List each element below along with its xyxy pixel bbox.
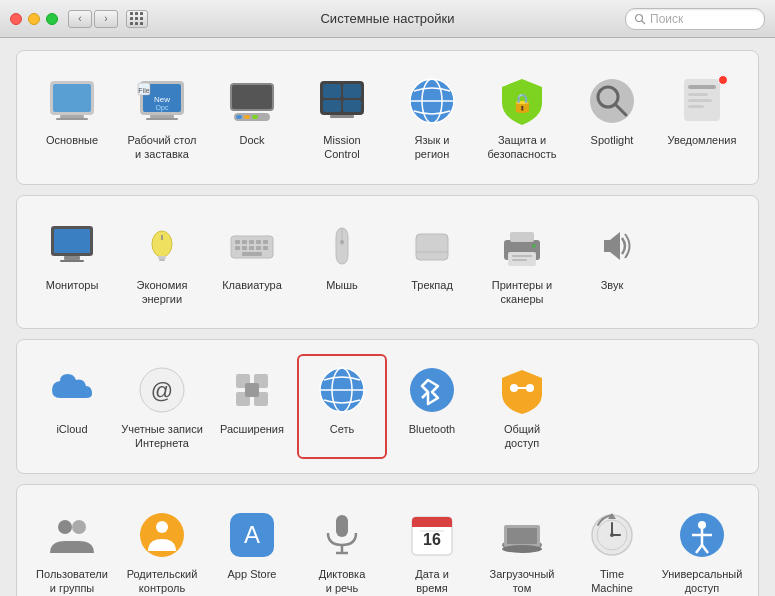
printery-icon [494, 218, 550, 274]
universalny-icon [674, 507, 730, 563]
section-personal: Основные New Opc File Рабочий столи [16, 50, 759, 185]
svg-rect-101 [507, 528, 537, 544]
label-zvuk: Звук [601, 278, 624, 292]
data-icon: 16 [404, 507, 460, 563]
svg-rect-51 [256, 240, 261, 244]
label-zashita: Защита ибезопасность [487, 133, 556, 162]
section-hardware: Мониторы Экономияэнергии [16, 195, 759, 330]
svg-text:File: File [138, 87, 149, 94]
svg-point-107 [610, 533, 614, 537]
item-zashita[interactable]: 🔒 Защита ибезопасность [477, 65, 567, 170]
svg-rect-91 [336, 515, 348, 537]
item-bluetooth[interactable]: Bluetooth [387, 354, 477, 459]
item-printery[interactable]: Принтеры исканеры [477, 210, 567, 315]
label-rabochiy: Рабочий столи заставка [127, 133, 196, 162]
svg-rect-10 [150, 115, 174, 118]
item-mission[interactable]: MissionControl [297, 65, 387, 170]
forward-button[interactable]: › [94, 10, 118, 28]
section-system: Пользователии группы Родительскийконтрол… [16, 484, 759, 596]
back-button[interactable]: ‹ [68, 10, 92, 28]
item-appstore[interactable]: A App Store [207, 499, 297, 596]
item-zvuk[interactable]: Звук [567, 210, 657, 315]
item-trekpad[interactable]: Трекпад [387, 210, 477, 315]
item-ekonomiya[interactable]: Экономияэнергии [117, 210, 207, 315]
label-appstore: App Store [228, 567, 277, 581]
label-polzovateli: Пользователии группы [36, 567, 108, 596]
nav-buttons: ‹ › [68, 10, 118, 28]
grid-icon [130, 12, 144, 26]
item-spotlight[interactable]: Spotlight [567, 65, 657, 170]
svg-point-0 [636, 14, 643, 21]
item-icloud[interactable]: iCloud [27, 354, 117, 459]
item-uvedomleniya[interactable]: Уведомления [657, 65, 747, 170]
label-uchetnye: Учетные записиИнтернета [121, 422, 203, 451]
section3-grid: iCloud @ Учетные записиИнтернета [27, 354, 748, 459]
bluetooth-icon [404, 362, 460, 418]
svg-point-102 [502, 545, 542, 553]
klaviatura-icon [224, 218, 280, 274]
svg-text:@: @ [151, 378, 173, 403]
titlebar: ‹ › Системные настройки [0, 0, 775, 38]
item-rasshireniya[interactable]: Расширения [207, 354, 297, 459]
maximize-button[interactable] [46, 13, 58, 25]
svg-rect-23 [323, 100, 341, 112]
svg-rect-18 [244, 115, 250, 119]
item-obshiy[interactable]: Общийдоступ [477, 354, 567, 459]
item-mysh[interactable]: Мышь [297, 210, 387, 315]
svg-rect-15 [232, 85, 272, 109]
item-set[interactable]: Сеть [297, 354, 387, 459]
svg-rect-75 [245, 383, 259, 397]
grid-view-button[interactable] [126, 10, 148, 28]
svg-rect-58 [242, 252, 262, 256]
item-rabochiy[interactable]: New Opc File Рабочий столи заставка [117, 65, 207, 170]
item-monitory[interactable]: Мониторы [27, 210, 117, 315]
label-zagruzochny: Загрузочныйтом [490, 567, 555, 596]
label-spotlight: Spotlight [591, 133, 634, 147]
label-mission: MissionControl [323, 133, 360, 162]
svg-point-110 [698, 521, 706, 529]
item-diktovka[interactable]: Диктовкаи речь [297, 499, 387, 596]
svg-point-43 [152, 231, 172, 257]
item-data[interactable]: 16 Дата ивремя [387, 499, 477, 596]
ekonomiya-icon [134, 218, 190, 274]
svg-rect-21 [323, 84, 341, 98]
item-polzovateli[interactable]: Пользователии группы [27, 499, 117, 596]
svg-point-88 [156, 521, 168, 533]
obshiy-icon [494, 362, 550, 418]
item-zagruzochny[interactable]: Загрузочныйтом [477, 499, 567, 596]
svg-point-82 [510, 384, 518, 392]
svg-rect-96 [412, 523, 452, 527]
zashita-icon: 🔒 [494, 73, 550, 129]
svg-rect-53 [235, 246, 240, 250]
close-button[interactable] [10, 13, 22, 25]
monitory-icon [44, 218, 100, 274]
label-timemachine: TimeMachine [591, 567, 633, 596]
item-yazyk[interactable]: Язык ирегион [387, 65, 477, 170]
minimize-button[interactable] [28, 13, 40, 25]
svg-point-80 [410, 368, 454, 412]
item-klaviatura[interactable]: Клавиатура [207, 210, 297, 315]
item-timemachine[interactable]: TimeMachine [567, 499, 657, 596]
item-universalny[interactable]: Универсальныйдоступ [657, 499, 747, 596]
svg-rect-66 [512, 255, 532, 257]
label-obshiy: Общийдоступ [504, 422, 540, 451]
trekpad-icon [404, 218, 460, 274]
item-osnovnye[interactable]: Основные [27, 65, 117, 170]
label-diktovka: Диктовкаи речь [319, 567, 366, 596]
svg-rect-50 [249, 240, 254, 244]
svg-rect-42 [60, 260, 84, 262]
svg-rect-52 [263, 240, 268, 244]
label-data: Дата ивремя [415, 567, 449, 596]
item-roditelskiy[interactable]: Родительскийконтроль [117, 499, 207, 596]
search-box[interactable] [625, 8, 765, 30]
item-dock[interactable]: Dock [207, 65, 297, 170]
search-input[interactable] [650, 12, 756, 26]
section4-grid: Пользователии группы Родительскийконтрол… [27, 499, 748, 596]
svg-text:New: New [154, 95, 170, 104]
label-icloud: iCloud [56, 422, 87, 436]
label-klaviatura: Клавиатура [222, 278, 282, 292]
svg-rect-5 [56, 118, 88, 120]
item-uchetnye[interactable]: @ Учетные записиИнтернета [117, 354, 207, 459]
icloud-icon [44, 362, 100, 418]
roditelskiy-icon [134, 507, 190, 563]
